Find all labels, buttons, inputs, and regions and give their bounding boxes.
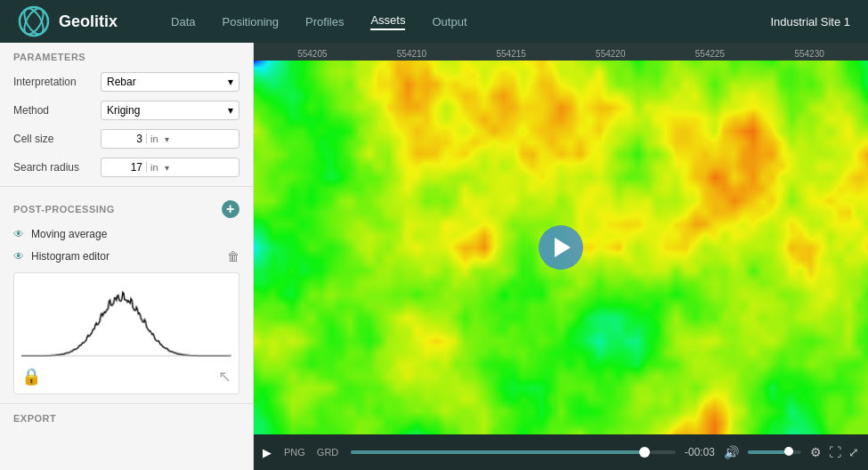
main-layout: PARAMETERS Interpretation Rebar ▾ Method… <box>0 43 868 470</box>
expand-icon[interactable]: ⤢ <box>848 445 859 459</box>
play-button[interactable]: ▶ <box>263 446 272 459</box>
main-nav: Data Positioning Profiles Assets Output <box>171 13 466 30</box>
search-radius-input-group: in ▾ <box>101 158 239 177</box>
nav-data[interactable]: Data <box>171 15 195 28</box>
x-label-5: 554230 <box>794 49 823 59</box>
post-processing-section: POST-PROCESSING + <box>0 191 253 223</box>
histogram-canvas <box>21 280 231 361</box>
method-select[interactable]: Kriging ▾ <box>101 101 239 120</box>
nav-profiles[interactable]: Profiles <box>305 15 344 28</box>
site-name: Industrial Site 1 <box>770 15 850 28</box>
fullscreen-icon[interactable]: ⛶ <box>829 445 841 459</box>
video-controls: ▶ PNG GRD -00:03 🔊 ⚙ ⛶ ⤢ <box>254 434 868 470</box>
search-radius-unit-chevron[interactable]: ▾ <box>162 163 172 173</box>
method-chevron: ▾ <box>228 104 233 117</box>
histogram-eye-icon[interactable]: 👁 <box>13 250 24 263</box>
grd-format-button[interactable]: GRD <box>313 445 342 459</box>
search-radius-row: Search radius in ▾ <box>0 153 253 182</box>
nav-positioning[interactable]: Positioning <box>222 15 279 28</box>
heatmap-wrapper <box>254 61 868 434</box>
histogram-container: 🔒 ↖ <box>13 272 239 394</box>
moving-average-eye-icon[interactable]: 👁 <box>13 228 24 240</box>
progress-fill <box>351 450 643 454</box>
method-row: Method Kriging ▾ <box>0 96 253 125</box>
volume-slider[interactable] <box>748 450 801 454</box>
search-radius-input[interactable] <box>101 158 146 176</box>
interpretation-label: Interpretation <box>13 76 93 88</box>
cell-size-row: Cell size in ▾ <box>0 125 253 153</box>
histogram-editor-label: Histogram editor <box>31 250 110 263</box>
nav-output[interactable]: Output <box>432 15 466 28</box>
interpretation-select[interactable]: Rebar ▾ <box>101 72 239 92</box>
method-label: Method <box>13 104 93 117</box>
histogram-lock-icon[interactable]: 🔒 <box>21 367 41 386</box>
x-label-1: 554210 <box>397 49 426 59</box>
cell-size-unit-chevron[interactable]: ▾ <box>162 134 172 144</box>
cell-size-unit[interactable]: in <box>146 134 162 144</box>
moving-average-item: 👁 Moving average <box>0 223 253 245</box>
post-processing-label: POST-PROCESSING <box>13 204 115 215</box>
cell-size-label: Cell size <box>13 133 93 145</box>
divider-1 <box>0 186 253 187</box>
map-area: 554205 554210 554215 554220 554225 55423… <box>254 43 868 470</box>
app-title: Geolitix <box>59 12 118 31</box>
search-radius-label: Search radius <box>13 161 93 174</box>
cell-size-input[interactable] <box>101 130 146 148</box>
settings-icons: ⚙ ⛶ ⤢ <box>810 445 859 459</box>
sidebar: PARAMETERS Interpretation Rebar ▾ Method… <box>0 43 254 470</box>
interpretation-value: Rebar <box>107 76 136 88</box>
x-label-0: 554205 <box>297 49 327 59</box>
add-post-processing-button[interactable]: + <box>222 200 239 218</box>
play-overlay-button[interactable] <box>539 225 583 270</box>
volume-thumb <box>784 447 793 456</box>
logo-icon <box>18 5 50 37</box>
moving-average-label: Moving average <box>31 228 107 240</box>
method-value: Kriging <box>107 104 140 117</box>
volume-fill <box>748 450 785 454</box>
histogram-cursor-icon[interactable]: ↖ <box>218 367 231 386</box>
nav-assets[interactable]: Assets <box>370 13 405 30</box>
parameters-header: PARAMETERS <box>0 43 253 68</box>
x-label-2: 554215 <box>496 49 525 59</box>
play-triangle-icon <box>555 238 571 257</box>
volume-icon[interactable]: 🔊 <box>724 445 739 459</box>
canvas-area: 5297'30 5297'25 5297'20 5297'15 <box>254 61 868 434</box>
histogram-editor-item: 👁 Histogram editor 🗑 <box>0 245 253 268</box>
settings-gear-icon[interactable]: ⚙ <box>810 445 822 459</box>
ruler-top: 554205 554210 554215 554220 554225 55423… <box>254 43 868 61</box>
x-label-4: 554225 <box>695 49 725 59</box>
logo: Geolitix <box>18 5 118 37</box>
progress-bar[interactable] <box>351 450 676 454</box>
search-radius-unit[interactable]: in <box>146 162 162 173</box>
histogram-controls: 🔒 ↖ <box>21 367 231 386</box>
time-display: -00:03 <box>685 446 715 458</box>
histogram-delete-icon[interactable]: 🗑 <box>227 249 239 263</box>
header: Geolitix Data Positioning Profiles Asset… <box>0 0 868 43</box>
x-label-3: 554220 <box>596 49 625 59</box>
ruler-x-labels: 554205 554210 554215 554220 554225 55423… <box>254 49 868 59</box>
interpretation-row: Interpretation Rebar ▾ <box>0 68 253 96</box>
png-format-button[interactable]: PNG <box>280 445 309 459</box>
progress-thumb <box>639 447 650 458</box>
format-buttons: PNG GRD <box>280 445 342 459</box>
export-header: EXPORT <box>0 403 253 429</box>
cell-size-input-group: in ▾ <box>101 129 239 149</box>
interpretation-chevron: ▾ <box>228 76 233 88</box>
